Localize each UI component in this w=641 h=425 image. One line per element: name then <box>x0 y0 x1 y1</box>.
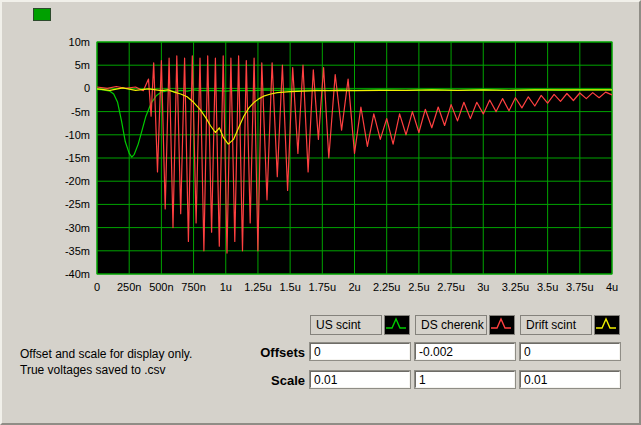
waveform-sample-icon[interactable] <box>489 315 515 335</box>
svg-text:250n: 250n <box>117 281 141 293</box>
svg-text:2u: 2u <box>348 281 360 293</box>
svg-text:3.25u: 3.25u <box>502 281 530 293</box>
offset-input-ds-cherenk[interactable] <box>415 343 515 360</box>
svg-text:5m: 5m <box>75 59 90 71</box>
svg-text:4u: 4u <box>606 281 618 293</box>
waveform-sample-icon[interactable] <box>384 315 410 335</box>
scale-input-us-scint[interactable] <box>310 371 410 388</box>
note-line-1: Offset and scale for display only. <box>20 346 192 362</box>
svg-text:10m: 10m <box>69 36 90 48</box>
svg-text:3.75u: 3.75u <box>566 281 594 293</box>
legend-trace-glyph <box>491 319 511 328</box>
svg-text:-35m: -35m <box>65 245 90 257</box>
front-panel-window: 0250n500n750n1u1.25u1.5u1.75u2u2.25u2.5u… <box>0 0 641 425</box>
scale-input-ds-cherenk[interactable] <box>415 371 515 388</box>
svg-text:-40m: -40m <box>65 268 90 280</box>
svg-text:2.5u: 2.5u <box>408 281 429 293</box>
svg-text:1.75u: 1.75u <box>309 281 337 293</box>
svg-text:1.5u: 1.5u <box>279 281 300 293</box>
svg-text:3.5u: 3.5u <box>537 281 558 293</box>
offset-input-us-scint[interactable] <box>310 343 410 360</box>
svg-text:0: 0 <box>84 82 90 94</box>
note-line-2: True voltages saved to .csv <box>20 362 192 378</box>
svg-text:-5m: -5m <box>71 106 90 118</box>
legend-label-ds-cherenk: DS cherenk <box>415 315 487 335</box>
legend-trace-glyph <box>596 319 616 328</box>
svg-text:750n: 750n <box>181 281 205 293</box>
svg-text:-25m: -25m <box>65 198 90 210</box>
waveform-sample-icon[interactable] <box>594 315 620 335</box>
svg-text:1u: 1u <box>220 281 232 293</box>
svg-text:2.75u: 2.75u <box>437 281 465 293</box>
legend-item-drift-scint[interactable]: Drift scint <box>520 315 620 335</box>
svg-text:-15m: -15m <box>65 152 90 164</box>
svg-text:500n: 500n <box>149 281 173 293</box>
offset-input-drift-scint[interactable] <box>520 343 620 360</box>
legend-item-ds-cherenk[interactable]: DS cherenk <box>415 315 515 335</box>
svg-text:0: 0 <box>94 281 100 293</box>
legend-label-drift-scint: Drift scint <box>520 315 592 335</box>
svg-text:-10m: -10m <box>65 129 90 141</box>
svg-text:-30m: -30m <box>65 222 90 234</box>
legend-trace-glyph <box>386 319 406 328</box>
svg-text:1.25u: 1.25u <box>244 281 272 293</box>
scale-label: Scale <box>212 373 305 388</box>
scale-input-drift-scint[interactable] <box>520 371 620 388</box>
offsets-label: Offsets <box>212 345 305 360</box>
note-text: Offset and scale for display only. True … <box>20 346 192 378</box>
svg-text:2.25u: 2.25u <box>373 281 401 293</box>
svg-text:-20m: -20m <box>65 175 90 187</box>
svg-text:3u: 3u <box>477 281 489 293</box>
run-indicator <box>33 8 51 21</box>
waveform-graph: 0250n500n750n1u1.25u1.5u1.75u2u2.25u2.5u… <box>32 32 624 314</box>
legend-label-us-scint: US scint <box>310 315 382 335</box>
legend-item-us-scint[interactable]: US scint <box>310 315 410 335</box>
